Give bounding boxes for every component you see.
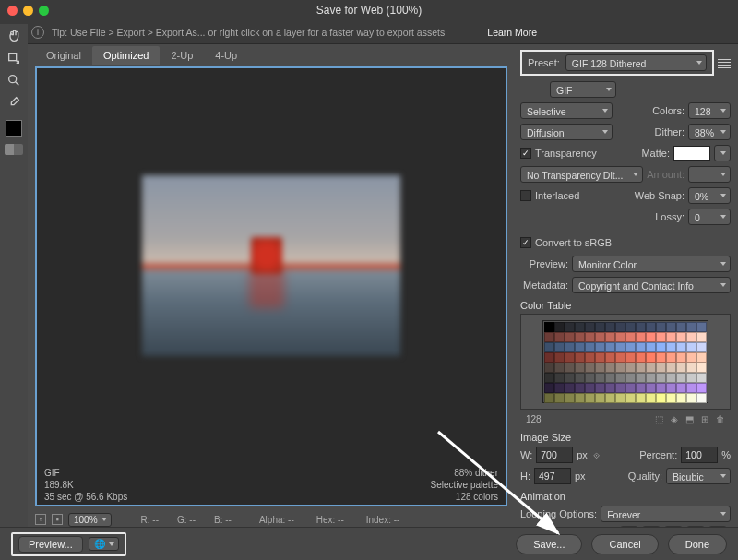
save-button[interactable]: Save... (516, 534, 582, 554)
color-swatch[interactable] (544, 332, 554, 342)
color-swatch[interactable] (565, 373, 575, 383)
color-swatch[interactable] (636, 363, 646, 373)
color-swatch[interactable] (636, 332, 646, 342)
color-swatch[interactable] (595, 373, 605, 383)
color-swatch[interactable] (554, 393, 565, 403)
color-swatch[interactable] (605, 332, 615, 342)
color-swatch[interactable] (686, 363, 696, 373)
color-swatch[interactable] (565, 393, 575, 403)
color-swatch[interactable] (656, 393, 666, 403)
color-swatch[interactable] (625, 332, 636, 342)
websnap-select[interactable]: 0% (688, 187, 731, 204)
color-swatch[interactable] (636, 322, 646, 332)
color-swatch[interactable] (565, 342, 575, 352)
color-swatch[interactable] (575, 352, 585, 363)
color-swatch[interactable] (575, 383, 585, 393)
color-swatch[interactable] (696, 352, 707, 363)
tab-4up[interactable]: 4-Up (204, 46, 248, 65)
color-swatch[interactable] (696, 393, 707, 403)
color-swatch[interactable] (656, 352, 666, 363)
color-reduction-select[interactable]: Selective (520, 102, 613, 119)
color-swatch[interactable] (646, 352, 656, 363)
color-swatch[interactable] (585, 363, 595, 373)
color-swatch[interactable] (666, 373, 676, 383)
color-swatch[interactable] (676, 342, 686, 352)
color-swatch[interactable] (575, 322, 585, 332)
color-swatch[interactable] (666, 383, 676, 393)
color-swatch[interactable] (615, 352, 625, 363)
color-swatch[interactable] (554, 322, 565, 332)
format-select[interactable]: GIF (550, 81, 616, 98)
color-swatch[interactable] (585, 383, 595, 393)
color-swatch[interactable] (585, 332, 595, 342)
learn-more-link[interactable]: Learn More (478, 23, 546, 42)
constrain-proportions-icon[interactable]: ⟐ (593, 448, 600, 461)
zoom-select[interactable]: 100% (68, 513, 112, 527)
color-swatch[interactable] (544, 383, 554, 393)
color-swatch[interactable] (696, 363, 707, 373)
color-swatch[interactable] (656, 332, 666, 342)
color-swatch[interactable] (605, 393, 615, 403)
color-swatch[interactable] (615, 383, 625, 393)
color-swatch[interactable] (625, 352, 636, 363)
color-swatch[interactable] (595, 393, 605, 403)
color-swatch[interactable] (656, 363, 666, 373)
color-swatch[interactable] (554, 332, 565, 342)
matte-swatch[interactable] (673, 146, 710, 161)
color-swatch[interactable] (656, 373, 666, 383)
interlaced-checkbox[interactable] (520, 190, 531, 201)
color-swatch[interactable] (615, 332, 625, 342)
dither-method-select[interactable]: Diffusion (520, 124, 613, 140)
hand-tool-icon[interactable] (3, 26, 25, 46)
color-swatch[interactable] (615, 363, 625, 373)
map-color-icon[interactable]: ◈ (671, 414, 678, 424)
tab-2up[interactable]: 2-Up (160, 46, 204, 65)
transparency-checkbox[interactable] (520, 148, 531, 159)
color-swatch[interactable] (575, 393, 585, 403)
color-swatch[interactable] (565, 332, 575, 342)
color-swatch[interactable] (636, 393, 646, 403)
color-swatch[interactable] (544, 352, 554, 363)
color-swatch[interactable] (544, 363, 554, 373)
slice-visibility-toggle[interactable] (5, 144, 23, 155)
image-preview[interactable] (37, 68, 506, 463)
color-swatch[interactable] (605, 383, 615, 393)
color-swatch[interactable] (615, 322, 625, 332)
color-swatch[interactable] (595, 363, 605, 373)
height-input[interactable] (534, 468, 571, 484)
color-swatch[interactable] (625, 383, 636, 393)
color-swatch[interactable] (605, 373, 615, 383)
tab-optimized[interactable]: Optimized (92, 46, 161, 65)
color-swatch[interactable] (676, 332, 686, 342)
color-swatch[interactable] (605, 322, 615, 332)
color-swatch[interactable] (554, 383, 565, 393)
color-swatch[interactable] (625, 322, 636, 332)
tab-original[interactable]: Original (35, 46, 92, 65)
color-swatch[interactable] (544, 393, 554, 403)
color-swatch[interactable] (625, 363, 636, 373)
color-swatch[interactable] (575, 373, 585, 383)
color-swatch[interactable] (636, 352, 646, 363)
color-swatch[interactable] (646, 332, 656, 342)
color-swatch[interactable] (666, 393, 676, 403)
color-swatch[interactable] (646, 373, 656, 383)
color-swatch[interactable] (636, 342, 646, 352)
width-input[interactable] (536, 447, 573, 463)
color-swatch[interactable] (605, 352, 615, 363)
color-swatch[interactable] (676, 363, 686, 373)
color-swatch[interactable] (686, 342, 696, 352)
color-swatch[interactable] (676, 352, 686, 363)
color-swatch[interactable] (565, 322, 575, 332)
color-swatch[interactable] (646, 322, 656, 332)
color-swatch[interactable] (646, 363, 656, 373)
color-table-grid[interactable] (542, 320, 708, 403)
color-swatch[interactable] (686, 373, 696, 383)
color-swatch[interactable] (575, 332, 585, 342)
color-swatch[interactable] (575, 342, 585, 352)
color-swatch[interactable] (656, 383, 666, 393)
color-swatch[interactable] (544, 342, 554, 352)
color-swatch[interactable] (646, 342, 656, 352)
color-swatch[interactable] (686, 383, 696, 393)
color-swatch[interactable] (544, 322, 554, 332)
color-swatch[interactable] (554, 352, 565, 363)
